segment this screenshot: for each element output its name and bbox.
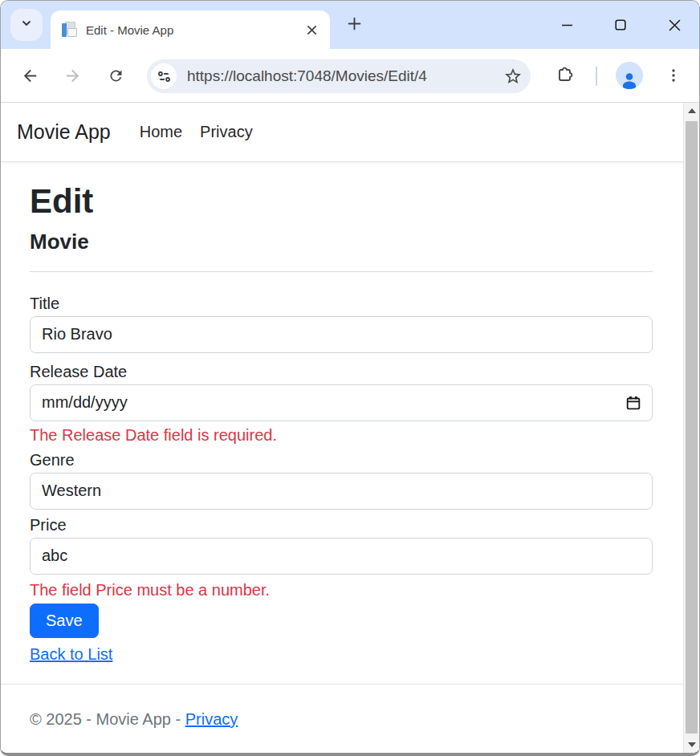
footer-copyright: © 2025 - Movie App - <box>30 710 181 728</box>
browser-tab[interactable]: Edit - Movie App <box>51 10 330 49</box>
address-bar[interactable]: https://localhost:7048/Movies/Edit/4 <box>147 59 531 93</box>
nav-link-home[interactable]: Home <box>140 123 182 141</box>
window-controls <box>553 1 688 49</box>
extensions-button[interactable] <box>556 66 575 85</box>
three-dots-icon <box>666 68 681 83</box>
back-button[interactable] <box>20 66 39 85</box>
plus-icon <box>348 17 361 34</box>
profile-avatar[interactable] <box>616 62 643 89</box>
scrollbar-up-icon[interactable] <box>684 103 699 119</box>
price-error: The field Price must be a number. <box>30 581 653 600</box>
nav-links: Home Privacy <box>140 123 253 141</box>
toolbar-divider <box>596 67 597 86</box>
browser-window: Edit - Movie App <box>0 0 700 756</box>
title-label: Title <box>30 295 653 313</box>
new-tab-button[interactable] <box>343 14 365 36</box>
arrow-left-icon <box>21 67 39 85</box>
bookmark-button[interactable] <box>502 65 524 87</box>
title-input[interactable] <box>30 316 653 353</box>
scrollbar-thumb[interactable] <box>686 121 698 734</box>
edit-movie-form: Title Release Date The Release Date fiel… <box>30 295 653 638</box>
back-to-list-link[interactable]: Back to List <box>30 645 112 664</box>
vertical-scrollbar[interactable] <box>683 103 699 753</box>
person-icon <box>620 71 639 89</box>
site-footer: © 2025 - Movie App - Privacy <box>1 684 683 753</box>
chevron-down-icon <box>20 17 33 33</box>
star-icon <box>503 67 523 86</box>
price-input[interactable] <box>30 538 653 575</box>
site-settings-icon <box>157 69 172 84</box>
browser-toolbar: https://localhost:7048/Movies/Edit/4 <box>1 49 699 103</box>
site-navbar: Movie App Home Privacy <box>1 103 699 162</box>
release-date-input[interactable] <box>30 384 653 421</box>
site-settings-button[interactable] <box>151 63 177 89</box>
site-favicon-icon <box>60 21 78 39</box>
tab-title: Edit - Movie App <box>86 23 303 37</box>
navbar-brand[interactable]: Movie App <box>17 120 111 144</box>
maximize-button[interactable] <box>607 11 634 39</box>
reload-button[interactable] <box>106 66 125 85</box>
save-button[interactable]: Save <box>30 604 99 638</box>
scrollbar-down-icon[interactable] <box>684 737 699 753</box>
close-window-button[interactable] <box>661 11 688 39</box>
price-label: Price <box>30 516 653 534</box>
genre-label: Genre <box>30 451 653 469</box>
page-subtitle: Movie <box>30 230 653 254</box>
nav-link-privacy[interactable]: Privacy <box>200 123 253 141</box>
url-text[interactable]: https://localhost:7048/Movies/Edit/4 <box>187 67 502 85</box>
genre-input[interactable] <box>30 473 653 510</box>
page-title: Edit <box>30 181 653 222</box>
release-date-error: The Release Date field is required. <box>30 426 653 445</box>
titlebar: Edit - Movie App <box>1 1 699 49</box>
footer-privacy-link[interactable]: Privacy <box>185 710 238 728</box>
release-date-label: Release Date <box>30 363 653 381</box>
forward-button[interactable] <box>63 66 82 85</box>
minimize-button[interactable] <box>553 11 580 39</box>
puzzle-icon <box>556 66 575 85</box>
tab-close-icon[interactable] <box>303 21 320 39</box>
tab-search-button[interactable] <box>10 9 43 41</box>
release-date-input-wrap <box>30 384 653 421</box>
arrow-right-icon <box>63 67 82 85</box>
browser-menu-button[interactable] <box>664 66 683 85</box>
divider <box>30 271 653 272</box>
page-content: Movie App Home Privacy Edit Movie Title … <box>1 103 699 753</box>
reload-icon <box>108 67 124 84</box>
main-container: Edit Movie Title Release Date The Releas… <box>1 181 653 664</box>
